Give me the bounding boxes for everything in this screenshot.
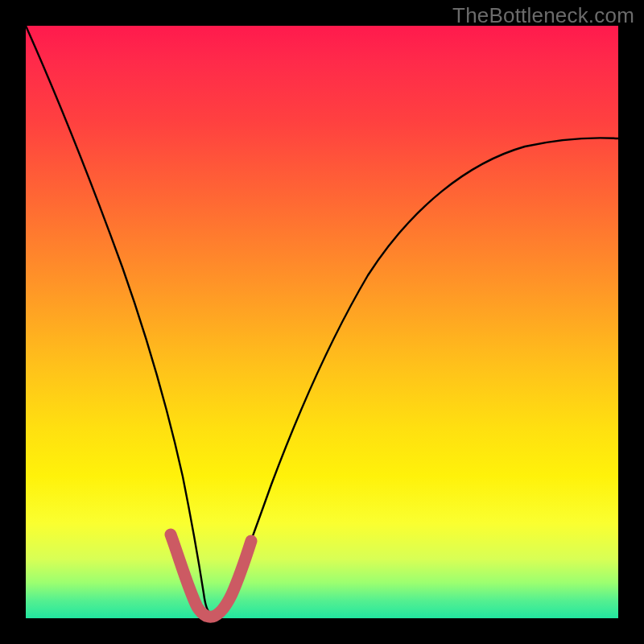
plot-area bbox=[26, 26, 618, 618]
highlight-u-path bbox=[171, 535, 251, 617]
bottleneck-curve-path bbox=[26, 26, 618, 613]
chart-frame: TheBottleneck.com bbox=[0, 0, 644, 644]
chart-svg bbox=[26, 26, 618, 618]
watermark-text: TheBottleneck.com bbox=[452, 3, 634, 28]
